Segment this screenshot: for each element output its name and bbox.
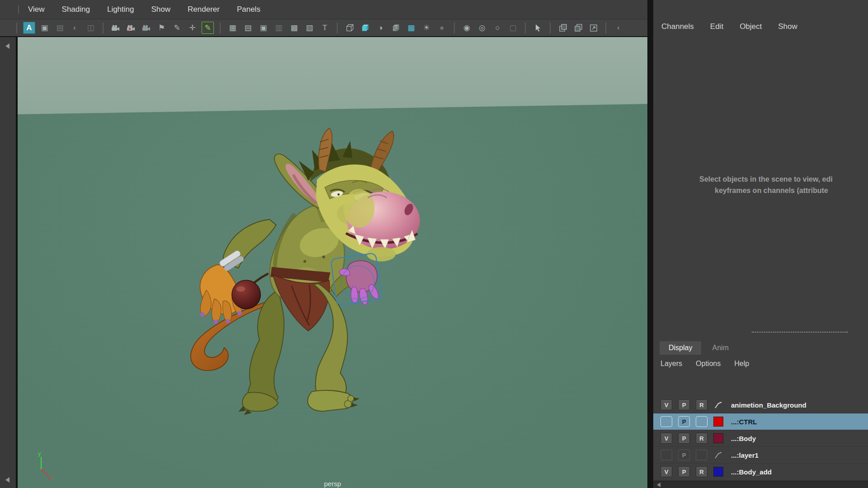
toolbar-divider (454, 23, 455, 33)
reference-toggle[interactable] (696, 416, 708, 427)
render-view-icon[interactable]: ▣ (38, 22, 51, 34)
expand-left-pane-top-icon[interactable] (5, 43, 9, 49)
layer-color-swatch[interactable] (713, 433, 723, 443)
visibility-toggle[interactable]: V (660, 399, 672, 410)
lights-icon[interactable]: ☀ (420, 22, 433, 34)
pane-layout-stack-icon[interactable] (572, 22, 584, 34)
pane-layout-copy-icon[interactable] (557, 22, 569, 34)
menu-panels[interactable]: Panels (237, 5, 260, 14)
visibility-toggle[interactable]: V (660, 433, 672, 444)
tab-anim[interactable]: Anim (703, 341, 737, 355)
layer-list-scrollbar[interactable] (653, 481, 868, 488)
select-cursor-icon[interactable] (532, 22, 544, 34)
field-chart-icon[interactable]: ▩ (288, 22, 300, 34)
pan-zoom-icon[interactable]: ✛ (186, 22, 198, 34)
layer-row[interactable]: V P R ...:Body_add (653, 464, 868, 480)
resolution-gate-icon[interactable]: ▣ (257, 22, 269, 34)
shaded-cube-icon[interactable] (359, 22, 371, 34)
playback-toggle[interactable]: P (678, 450, 690, 460)
shaded-sphere-icon[interactable]: ◐ (69, 22, 81, 34)
viewport-horizon-band (18, 37, 647, 116)
layer-name[interactable]: ...:CTRL (731, 418, 757, 426)
layer-row[interactable]: V P R animetion_Background (653, 397, 868, 413)
partial-edge-icon[interactable]: ◖ (612, 22, 624, 34)
visibility-toggle[interactable] (660, 416, 672, 427)
panel-collapse-handle[interactable] (752, 332, 848, 333)
camera-attributes-icon[interactable] (140, 22, 152, 34)
layer-name[interactable]: ...:Body_add (731, 468, 772, 476)
tab-display[interactable]: Display (660, 341, 701, 355)
toolbar-divider (525, 23, 526, 33)
selection-mask-a-icon[interactable]: A (23, 22, 35, 34)
bookmark-icon[interactable]: ⚑ (156, 22, 168, 34)
playback-toggle[interactable]: P (678, 416, 690, 427)
layer-row-selected[interactable]: P ...:CTRL (653, 413, 868, 430)
menu-show[interactable]: Show (778, 22, 797, 31)
menu-options[interactable]: Options (696, 360, 721, 368)
channel-box-menubar: Channels Edit Object Show (653, 0, 868, 31)
channel-box-layer-editor: Channels Edit Object Show Select objects… (653, 0, 868, 488)
shadows-icon[interactable]: ● (436, 22, 448, 34)
reference-toggle[interactable]: R (696, 466, 708, 477)
pane-divider[interactable] (647, 0, 653, 488)
safe-title-icon[interactable]: T (319, 22, 331, 34)
film-gate-icon[interactable]: ▤ (242, 22, 254, 34)
textured-sphere-icon[interactable]: ◑ (374, 22, 387, 34)
textured-cube-icon[interactable] (390, 22, 402, 34)
pencil-icon[interactable]: ✎ (171, 22, 183, 34)
view-axis-gizmo: y x (31, 450, 58, 481)
menu-renderer[interactable]: Renderer (188, 5, 220, 14)
playback-toggle[interactable]: P (678, 433, 690, 444)
playback-toggle[interactable]: P (678, 399, 690, 410)
pane-tear-off-icon[interactable] (587, 22, 599, 34)
layer-color-swatch[interactable] (713, 467, 723, 477)
grease-pencil-icon[interactable]: ✎ (202, 22, 214, 34)
menu-show[interactable]: Show (151, 5, 171, 14)
camera-select-icon[interactable] (109, 22, 122, 34)
layer-name[interactable]: animetion_Background (731, 401, 807, 409)
wireframe-cube-icon[interactable] (344, 22, 356, 34)
antialias-icon[interactable]: ○ (491, 22, 504, 34)
animation-curve-icon[interactable] (713, 450, 723, 460)
gate-mask-icon[interactable]: ▥ (273, 22, 285, 34)
playback-toggle[interactable]: P (678, 466, 690, 477)
layer-name[interactable]: ...:layer1 (731, 451, 759, 459)
toolbar-divider (16, 23, 17, 33)
left-pane-strip[interactable] (0, 37, 17, 488)
menu-layers[interactable]: Layers (660, 360, 682, 368)
transparency-checker-icon[interactable]: ▩ (405, 22, 417, 34)
reference-toggle[interactable]: R (696, 433, 708, 444)
split-view-icon[interactable]: ◫ (85, 22, 97, 34)
sequence-icon[interactable]: ▢ (507, 22, 519, 34)
safe-action-icon[interactable]: ▧ (303, 22, 316, 34)
grid-icon[interactable]: ▦ (226, 22, 239, 34)
texture-view-icon[interactable]: ▤ (54, 22, 66, 34)
visibility-toggle[interactable]: V (660, 466, 672, 477)
occlusion-sphere-icon[interactable]: ◉ (461, 22, 473, 34)
motion-blur-icon[interactable]: ◎ (476, 22, 488, 34)
animation-curve-icon[interactable] (713, 400, 723, 410)
reference-toggle[interactable]: R (696, 399, 708, 410)
menu-shading[interactable]: Shading (62, 5, 90, 14)
layer-row[interactable]: P ...:layer1 (653, 447, 868, 464)
menu-lighting[interactable]: Lighting (107, 5, 134, 14)
layer-row[interactable]: V P R ...:Body (653, 430, 868, 447)
layer-editor-tabs: Display Anim (660, 341, 738, 355)
menu-channels[interactable]: Channels (661, 22, 694, 31)
layer-list: V P R animetion_Background P ...:CTRL V … (653, 397, 868, 480)
reference-toggle[interactable] (696, 450, 708, 460)
camera-keyframe-icon[interactable] (125, 22, 137, 34)
perspective-viewport[interactable]: y x persp (17, 37, 647, 488)
scroll-left-icon[interactable] (657, 483, 660, 487)
layer-color-swatch[interactable] (713, 417, 723, 427)
menu-help[interactable]: Help (734, 360, 749, 368)
message-line-1: Select objects in the scene to view, edi (699, 174, 868, 185)
menu-object[interactable]: Object (740, 22, 762, 31)
camera-name-label: persp (18, 480, 647, 488)
visibility-toggle[interactable] (660, 450, 672, 460)
menu-edit[interactable]: Edit (710, 22, 723, 31)
goblin-character-model[interactable] (185, 125, 420, 422)
menu-view[interactable]: View (28, 5, 45, 14)
layer-name[interactable]: ...:Body (731, 435, 756, 442)
expand-left-pane-bottom-icon[interactable] (5, 477, 9, 483)
